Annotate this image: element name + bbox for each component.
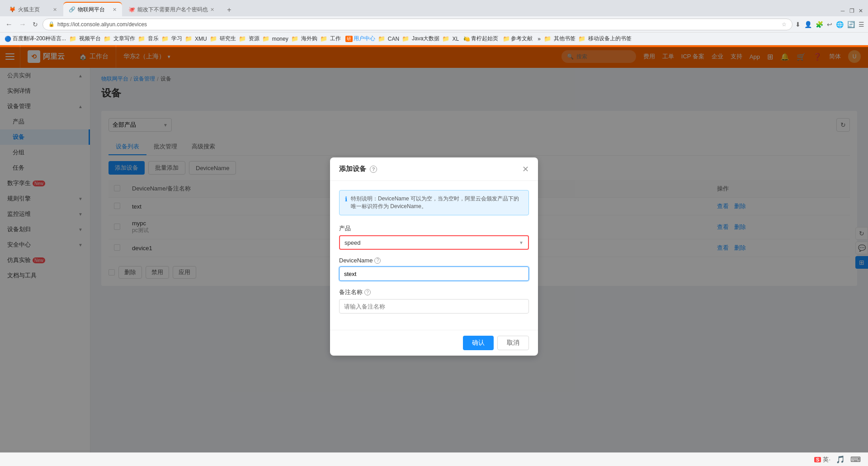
bookmark-grad[interactable]: 研究生: [217, 34, 238, 43]
devicename-label: DeviceName ?: [339, 257, 529, 264]
dialog-title: 添加设备 ?: [339, 165, 377, 173]
bottom-s-icon[interactable]: S 英·: [814, 456, 830, 464]
dialog-close-btn[interactable]: ✕: [522, 165, 529, 173]
product-arrow-icon: ▼: [519, 240, 524, 245]
bookmark-folder6: 📁: [210, 35, 217, 42]
tab-favicon-1: 🦊: [9, 6, 16, 13]
bookmark-xmu[interactable]: XMU: [193, 35, 209, 43]
remark-label: 备注名称 ?: [339, 288, 529, 296]
bookmark-study[interactable]: 学习: [169, 34, 184, 43]
bookmark-folder9: 📁: [291, 35, 298, 42]
tab-favicon-3: 🐙: [128, 6, 135, 13]
dialog-body: ℹ 特别说明：DeviceName 可以为空，当为空时，阿里云会颁发产品下的唯一…: [330, 181, 538, 330]
user-icon[interactable]: 👤: [804, 21, 812, 28]
bookmark-others[interactable]: 其他书签: [552, 34, 578, 43]
devicename-help-icon[interactable]: ?: [374, 257, 381, 264]
back-btn[interactable]: ←: [4, 19, 14, 29]
dialog-footer: 确认 取消: [330, 330, 538, 356]
product-label: 产品: [339, 224, 529, 233]
url-input-container[interactable]: 🔒 https://iot.console.aliyun.com/devices…: [42, 19, 793, 30]
remark-help-icon[interactable]: ?: [364, 289, 371, 295]
bookmark-folder16: 📁: [578, 35, 585, 42]
security-icon: 🔒: [48, 21, 55, 27]
bookmark-music[interactable]: 音乐: [146, 34, 161, 43]
bookmark-folder8: 📁: [262, 35, 269, 42]
bookmark-java[interactable]: Java大数据: [410, 34, 442, 43]
remark-input[interactable]: [339, 299, 529, 314]
close-btn[interactable]: ✕: [857, 7, 864, 14]
bookmark-mobile[interactable]: 移动设备上的书签: [586, 34, 634, 43]
bookmark-folder12: 📁: [402, 35, 409, 42]
url-text: https://iot.console.aliyun.com/devices: [57, 21, 147, 28]
menu-icon[interactable]: ☰: [859, 21, 864, 28]
refresh2-icon[interactable]: 🔄: [847, 21, 855, 28]
bottom-mic-icon[interactable]: 🎵: [836, 455, 845, 464]
bookmark-folder5: 📁: [185, 35, 192, 42]
browser-chrome: 🦊 火狐主页 ✕ 🔗 物联网平台 ✕ 🐙 能改下不需要用户名个密码也 ✕ + ─…: [0, 0, 868, 16]
bookmark-folder11: 📁: [378, 35, 385, 42]
devicename-input[interactable]: [339, 266, 529, 281]
bookmark-folder-icon: 📁: [69, 35, 76, 42]
history-icon[interactable]: ↩: [827, 21, 832, 28]
bookmark-folder13: 📁: [442, 35, 449, 42]
globe-icon[interactable]: 🌐: [836, 21, 844, 28]
bookmark-can[interactable]: CAN: [386, 35, 401, 43]
product-value: speed: [344, 239, 519, 246]
star-icon[interactable]: ☆: [782, 21, 787, 28]
forward-btn[interactable]: →: [17, 19, 28, 29]
extension-icon[interactable]: 🧩: [816, 21, 823, 28]
url-right-icons: ⬇ 👤 🧩 ↩ 🌐 🔄 ☰: [795, 21, 864, 28]
window-controls: ─ ❐ ✕: [839, 7, 864, 14]
bottom-keyboard-icon[interactable]: ⌨: [850, 455, 861, 464]
bookmark-folder15: 📁: [544, 35, 551, 42]
dialog-overlay: 添加设备 ? ✕ ℹ 特别说明：DeviceName 可以为空，当为空时，阿里云…: [0, 47, 868, 466]
form-item-remark: 备注名称 ?: [339, 288, 529, 314]
bookmark-folder2: 📁: [104, 35, 111, 42]
tab-title-1: 火狐主页: [18, 6, 51, 14]
tab-aliyun[interactable]: 🔗 物联网平台 ✕: [63, 2, 122, 16]
bookmark-video[interactable]: 视频平台: [77, 34, 103, 43]
bookmark-folder7: 📁: [239, 35, 246, 42]
dialog-help-icon[interactable]: ?: [370, 166, 377, 173]
cancel-btn[interactable]: 取消: [497, 336, 529, 350]
bookmark-reference[interactable]: 📁参考文献: [500, 34, 535, 43]
tab-close-2[interactable]: ✕: [113, 7, 117, 13]
bookmark-folder4: 📁: [161, 35, 169, 42]
browser-tabs: 🦊 火狐主页 ✕ 🔗 物联网平台 ✕ 🐙 能改下不需要用户名个密码也 ✕ +: [4, 2, 835, 16]
tab-firefox[interactable]: 🦊 火狐主页 ✕: [4, 3, 62, 16]
product-select[interactable]: speed ▼: [339, 235, 529, 250]
bottom-bar: S 英· 🎵 ⌨: [0, 452, 868, 466]
tab-title-3: 能改下不需要用户名个密码也: [137, 6, 208, 14]
bookmark-more[interactable]: »: [535, 35, 543, 43]
bookmark-work[interactable]: 工作: [328, 34, 343, 43]
add-device-dialog: 添加设备 ? ✕ ℹ 特别说明：DeviceName 可以为空，当为空时，阿里云…: [330, 157, 538, 356]
refresh-btn[interactable]: ↻: [31, 20, 40, 29]
form-item-product: 产品 speed ▼: [339, 224, 529, 250]
maximize-btn[interactable]: ❐: [848, 7, 855, 14]
form-item-devicename: DeviceName ?: [339, 257, 529, 281]
tab-close-1[interactable]: ✕: [53, 7, 57, 13]
dialog-header: 添加设备 ? ✕: [330, 157, 538, 181]
bookmark-money[interactable]: money: [270, 35, 291, 43]
download-icon[interactable]: ⬇: [795, 21, 801, 28]
bookmark-folder10: 📁: [320, 35, 327, 42]
bookmark-usercenter[interactable]: 研用户中心: [343, 34, 377, 43]
bookmark-folder3: 📁: [138, 35, 145, 42]
info-box: ℹ 特别说明：DeviceName 可以为空，当为空时，阿里云会颁发产品下的唯一…: [339, 190, 529, 215]
bookmarks-bar: 🔵 百度翻译-200种语言... 📁 视频平台 📁 文章写作 📁 音乐 📁 学习…: [0, 33, 868, 45]
bookmark-overseas[interactable]: 海外购: [299, 34, 320, 43]
tab-github[interactable]: 🐙 能改下不需要用户名个密码也 ✕: [123, 3, 220, 16]
bookmark-xl[interactable]: XL: [450, 35, 461, 43]
bookmark-translate[interactable]: 🔵 百度翻译-200种语言...: [2, 34, 69, 43]
bookmark-resource[interactable]: 资源: [246, 34, 262, 43]
bookmark-qingning[interactable]: 🍋青柠起始页: [461, 34, 500, 43]
minimize-btn[interactable]: ─: [839, 7, 846, 14]
bookmark-writing[interactable]: 文章写作: [111, 34, 137, 43]
new-tab-btn[interactable]: +: [222, 4, 236, 16]
bookmark-icon-translate: 🔵: [5, 36, 11, 42]
tab-close-3[interactable]: ✕: [210, 7, 214, 13]
info-icon: ℹ: [345, 195, 347, 210]
confirm-btn[interactable]: 确认: [463, 336, 494, 350]
url-bar-row: ← → ↻ 🔒 https://iot.console.aliyun.com/d…: [0, 16, 868, 33]
bookmark-folder14: 📁: [503, 35, 510, 42]
